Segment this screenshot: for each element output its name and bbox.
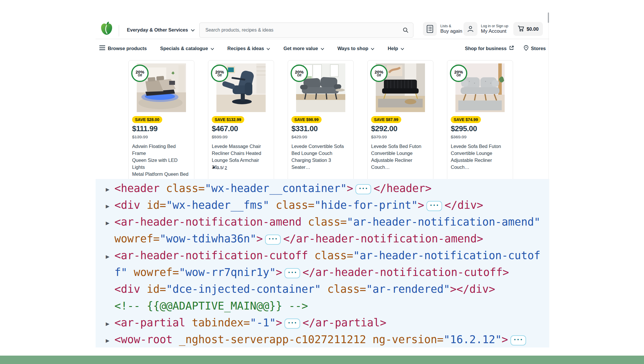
- expand-arrow-icon[interactable]: ▶: [106, 248, 114, 265]
- ellipsis-expander[interactable]: •••: [426, 201, 442, 211]
- list-icon: [423, 22, 437, 36]
- code-token-attr: wowref=: [114, 233, 160, 245]
- code-token-tag: </ar-header-notification-amend>: [283, 233, 483, 245]
- product-price: $331.00: [291, 124, 318, 133]
- nav-item-get-more-value[interactable]: Get more value: [283, 46, 324, 51]
- product-title[interactable]: Levede Convertible SofaBed Lounge CouchC…: [291, 143, 350, 171]
- code-token-tag: <div: [114, 199, 140, 211]
- code-token-str: "16.2.12": [444, 333, 501, 346]
- expand-arrow-icon[interactable]: ▶: [106, 181, 114, 198]
- product-title-line: Adjustable Recliner Couch…: [371, 157, 430, 171]
- discount-percent: 20%: [454, 70, 463, 74]
- code-token-tag: <div: [114, 283, 140, 295]
- code-token-str: "wow-rr7qnir1y": [179, 266, 276, 279]
- code-token-tag: <header: [114, 182, 160, 195]
- product-title[interactable]: Levede Sofa Bed FutonConvertible LoungeA…: [371, 143, 430, 171]
- ellipsis-expander[interactable]: •••: [284, 268, 300, 278]
- ellipsis-expander[interactable]: •••: [510, 335, 526, 345]
- product-price: $295.00: [451, 124, 477, 133]
- code-token-tag: <ar-header-notification-cutoff: [114, 249, 308, 262]
- discount-suffix: Off: [297, 74, 301, 77]
- cart-button[interactable]: $0.00: [513, 22, 543, 36]
- nav-item-browse-products[interactable]: Browse products: [99, 45, 147, 51]
- code-token-tag: </ar-partial>: [302, 317, 386, 329]
- code-token-attr: id=: [140, 199, 166, 211]
- scrollbar-thumb[interactable]: [548, 12, 549, 23]
- expand-arrow-icon[interactable]: ▶: [106, 332, 114, 347]
- product-title-line: Adjustable Recliner Couch…: [451, 157, 509, 171]
- nav-item-ways-to-shop[interactable]: Ways to shop: [337, 46, 375, 51]
- discount-percent: 20%: [295, 70, 304, 74]
- devtools-code-line[interactable]: f" wowref="wow-rr7qnir1y">•••</ar-header…: [106, 264, 549, 281]
- discount-badge: 20%Off: [291, 65, 308, 82]
- product-card[interactable]: 20%OffSAVE $74.99$295.00$369.99Levede So…: [447, 60, 513, 181]
- devtools-code-line[interactable]: ▶<wow-root _nghost-serverapp-c1027211212…: [106, 331, 549, 347]
- devtools-code-line[interactable]: ▶<ar-partial tabindex="-1">•••</ar-parti…: [106, 314, 549, 331]
- search-input[interactable]: [205, 27, 403, 33]
- nav-item-specials-catalogue[interactable]: Specials & catalogue: [160, 46, 214, 51]
- code-token-tag: ></div>: [450, 283, 495, 295]
- product-price: $467.00: [212, 124, 238, 133]
- product-title[interactable]: Advwin Floating Bed FrameQueen Size with…: [132, 143, 191, 178]
- product-was-price: $139.99: [132, 134, 148, 139]
- chevron-down-icon: [321, 46, 324, 51]
- devtools-elements-panel: ▶<header class="wx-header__container">••…: [96, 179, 549, 347]
- code-token-str: "ar-header-notification-cutof: [353, 249, 540, 262]
- code-token-str: "dce-injected-container": [166, 283, 321, 295]
- chevron-down-icon: [267, 46, 270, 51]
- nav-item-label: Shop for business: [465, 46, 507, 51]
- nav-item-stores[interactable]: Stores: [524, 45, 546, 52]
- ellipsis-expander[interactable]: •••: [355, 184, 371, 194]
- account-line2: My Account: [481, 28, 508, 34]
- ellipsis-expander[interactable]: •••: [265, 235, 281, 245]
- product-card[interactable]: 20%OffSAVE $28.00$111.99$139.99Advwin Fl…: [128, 60, 194, 181]
- nav-item-help[interactable]: Help: [388, 46, 404, 51]
- search-icon[interactable]: [403, 27, 408, 33]
- code-token-str: "wx-header__fms": [166, 199, 269, 211]
- nav-item-label: Get more value: [283, 46, 318, 51]
- rating-value: 3.5/: [216, 165, 224, 170]
- buy-again-button[interactable]: Lists & Buy again: [423, 22, 462, 36]
- nav-item-shop-for-business[interactable]: Shop for business: [465, 45, 514, 51]
- cart-icon: [518, 25, 524, 33]
- woolworths-logo-icon[interactable]: [100, 21, 114, 35]
- devtools-code-line[interactable]: wowref="wow-tdiwha36n">•••</ar-header-no…: [106, 231, 549, 247]
- ellipsis-expander[interactable]: •••: [284, 319, 300, 329]
- devtools-code-line[interactable]: <!-- {{@@ADAPTIVE_MAIN@@}} -->: [106, 298, 549, 314]
- star-icon: ★: [212, 165, 216, 170]
- code-token-attr: id=: [140, 283, 166, 295]
- my-account-button[interactable]: Log in or Sign up My Account: [464, 22, 508, 36]
- devtools-code-line[interactable]: <div id="dce-injected-container" class="…: [106, 281, 549, 298]
- devtools-code-line[interactable]: ▶<div id="wx-header__fms" class="hide-fo…: [106, 197, 549, 214]
- discount-suffix: Off: [138, 74, 142, 77]
- product-title-line: Convertible Lounge: [451, 150, 509, 157]
- product-was-price: $379.99: [371, 134, 387, 139]
- code-token-tag: </div>: [444, 199, 483, 211]
- hamburger-icon: [99, 45, 105, 51]
- nav-item-recipes-ideas[interactable]: Recipes & ideas: [227, 46, 270, 51]
- footer-bar: [0, 356, 644, 364]
- product-title-line: Recliner Chairs Heated: [212, 150, 270, 157]
- nav-item-label: Specials & catalogue: [160, 46, 208, 51]
- external-link-icon: [509, 45, 514, 51]
- product-title[interactable]: Levede Sofa Bed FutonConvertible LoungeA…: [451, 143, 509, 171]
- nav-item-label: Help: [388, 46, 398, 51]
- code-token-tag: >: [276, 317, 282, 329]
- code-token-tag: </header>: [373, 182, 431, 195]
- expand-arrow-icon[interactable]: ▶: [106, 198, 114, 215]
- devtools-code-line[interactable]: ▶<ar-header-notification-cutoff class="a…: [106, 247, 549, 264]
- product-card[interactable]: 20%OffSAVE $132.99$467.00$599.99Levede M…: [208, 60, 274, 181]
- code-token-str: "wow-tdiwha36n": [160, 233, 256, 245]
- product-title-line: Convertible Lounge: [371, 150, 430, 157]
- services-menu[interactable]: Everyday & Other Services: [127, 27, 195, 33]
- product-card[interactable]: 20%OffSAVE $98.99$331.00$429.99Levede Co…: [288, 60, 354, 181]
- code-token-attr: wowref=: [127, 266, 179, 279]
- rating-count-link[interactable]: 2: [225, 165, 227, 170]
- devtools-code-line[interactable]: ▶<header class="wx-header__container">••…: [106, 180, 549, 197]
- expand-arrow-icon[interactable]: ▶: [106, 215, 114, 231]
- devtools-code-line[interactable]: ▶<ar-header-notification-amend class="ar…: [106, 214, 549, 231]
- discount-percent: 20%: [215, 70, 224, 74]
- product-card[interactable]: 20%OffSAVE $87.99$292.00$379.99Levede So…: [367, 60, 433, 181]
- main-nav: Browse productsSpecials & catalogueRecip…: [96, 39, 549, 58]
- expand-arrow-icon[interactable]: ▶: [106, 315, 114, 332]
